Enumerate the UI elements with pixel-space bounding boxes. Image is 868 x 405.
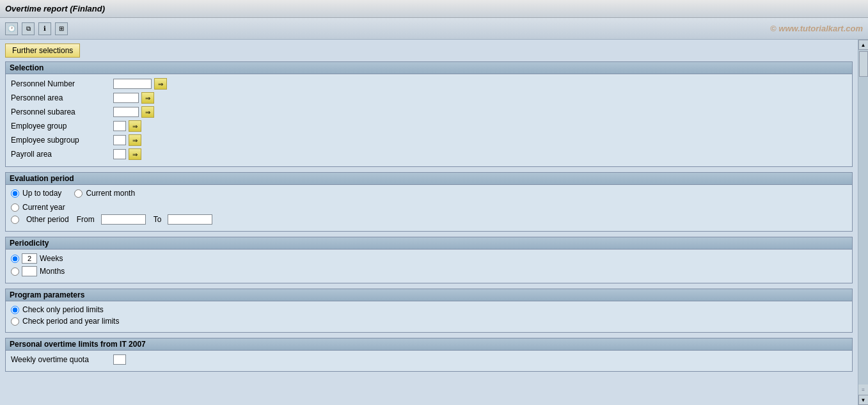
payroll-area-arrow[interactable]: ⇒ <box>129 148 141 160</box>
page-title: Overtime report (Finland) <box>5 4 105 13</box>
evaluation-section: Evaluation period Up to today Current mo… <box>5 172 853 232</box>
scroll-resize-handle: ≡ <box>862 385 865 395</box>
personnel-number-arrow[interactable]: ⇒ <box>154 78 167 90</box>
other-period-label: Other period <box>26 215 69 224</box>
watermark: © www.tutorialkart.com <box>770 24 863 33</box>
up-to-today-radio[interactable] <box>11 189 19 198</box>
further-selections-button[interactable]: Further selections <box>5 44 80 58</box>
scroll-track <box>858 50 868 385</box>
other-period-radio[interactable] <box>11 216 19 224</box>
current-month-row: Current month <box>74 189 135 198</box>
evaluation-title: Evaluation period <box>6 173 852 185</box>
check-period-limits-row: Check only period limits <box>11 305 847 314</box>
scroll-up-button[interactable]: ▲ <box>858 40 869 50</box>
scroll-down-button[interactable]: ▼ <box>858 395 869 405</box>
check-period-year-label: Check period and year limits <box>22 317 119 326</box>
personnel-subarea-row: Personnel subarea ⇒ <box>11 106 847 118</box>
personnel-area-row: Personnel area ⇒ <box>11 92 847 104</box>
periodicity-section: Periodicity Weeks Months <box>5 237 853 283</box>
current-month-label: Current month <box>86 189 135 198</box>
to-label: To <box>154 215 162 224</box>
personnel-number-row: Personnel Number ⇒ <box>11 78 847 90</box>
current-year-row: Current year <box>11 203 847 212</box>
employee-subgroup-row: Employee subgroup ⇒ <box>11 134 847 146</box>
from-label: From <box>77 215 95 224</box>
info-icon[interactable]: ℹ <box>38 22 51 35</box>
personnel-number-label: Personnel Number <box>11 79 113 88</box>
payroll-area-row: Payroll area ⇒ <box>11 148 847 160</box>
months-label: Months <box>40 267 65 276</box>
personnel-number-input[interactable] <box>113 79 152 89</box>
employee-subgroup-arrow[interactable]: ⇒ <box>129 134 141 146</box>
scroll-thumb[interactable] <box>859 51 868 77</box>
personnel-area-label: Personnel area <box>11 93 113 102</box>
weeks-radio[interactable] <box>11 255 19 263</box>
employee-group-row: Employee group ⇒ <box>11 120 847 132</box>
check-period-year-radio[interactable] <box>11 317 19 326</box>
periodicity-title: Periodicity <box>6 237 852 250</box>
title-bar: Overtime report (Finland) <box>0 0 868 18</box>
program-params-title: Program parameters <box>6 289 852 301</box>
copy-icon[interactable]: ⧉ <box>22 22 35 35</box>
current-month-radio[interactable] <box>74 189 83 198</box>
months-radio[interactable] <box>11 267 19 276</box>
weekly-quota-label: Weekly overtime quota <box>11 355 113 364</box>
selection-title: Selection <box>6 62 852 74</box>
up-to-today-label: Up to today <box>22 189 61 198</box>
personal-overtime-section: Personal overtime limits from IT 2007 We… <box>5 338 853 372</box>
personnel-area-arrow[interactable]: ⇒ <box>141 92 154 104</box>
personnel-subarea-input[interactable] <box>113 107 139 117</box>
personnel-subarea-label: Personnel subarea <box>11 107 113 116</box>
personnel-area-input[interactable] <box>113 93 139 103</box>
check-period-limits-radio[interactable] <box>11 306 19 314</box>
payroll-area-input[interactable] <box>113 149 126 159</box>
current-year-label: Current year <box>22 203 65 212</box>
personnel-subarea-arrow[interactable]: ⇒ <box>141 106 154 118</box>
payroll-area-label: Payroll area <box>11 150 113 159</box>
selection-section: Selection Personnel Number ⇒ Personnel a… <box>5 61 853 167</box>
from-date-input[interactable] <box>101 214 146 225</box>
scrollbar[interactable]: ▲ ≡ ▼ <box>858 40 868 405</box>
weekly-quota-input[interactable] <box>113 354 126 365</box>
months-value-input[interactable] <box>22 266 37 276</box>
check-period-limits-label: Check only period limits <box>22 305 104 314</box>
up-to-today-row: Up to today <box>11 189 61 198</box>
weeks-value-input[interactable] <box>22 253 37 264</box>
personal-overtime-title: Personal overtime limits from IT 2007 <box>6 338 852 351</box>
toolbar: 🕐 ⧉ ℹ ⊞ © www.tutorialkart.com <box>0 18 868 40</box>
program-params-section: Program parameters Check only period lim… <box>5 289 853 333</box>
employee-group-arrow[interactable]: ⇒ <box>129 120 141 132</box>
weekly-quota-row: Weekly overtime quota <box>11 354 847 365</box>
employee-subgroup-input[interactable] <box>113 135 126 145</box>
employee-group-input[interactable] <box>113 121 126 131</box>
current-year-radio[interactable] <box>11 203 19 212</box>
months-row: Months <box>11 266 847 276</box>
clock-icon[interactable]: 🕐 <box>5 22 18 35</box>
check-period-year-row: Check period and year limits <box>11 317 847 326</box>
weeks-row: Weeks <box>11 253 847 264</box>
other-period-row: Other period From To <box>11 214 847 225</box>
weeks-label: Weeks <box>40 254 63 263</box>
employee-group-label: Employee group <box>11 122 113 131</box>
employee-subgroup-label: Employee subgroup <box>11 136 113 145</box>
expand-icon[interactable]: ⊞ <box>55 22 68 35</box>
to-date-input[interactable] <box>168 214 212 225</box>
